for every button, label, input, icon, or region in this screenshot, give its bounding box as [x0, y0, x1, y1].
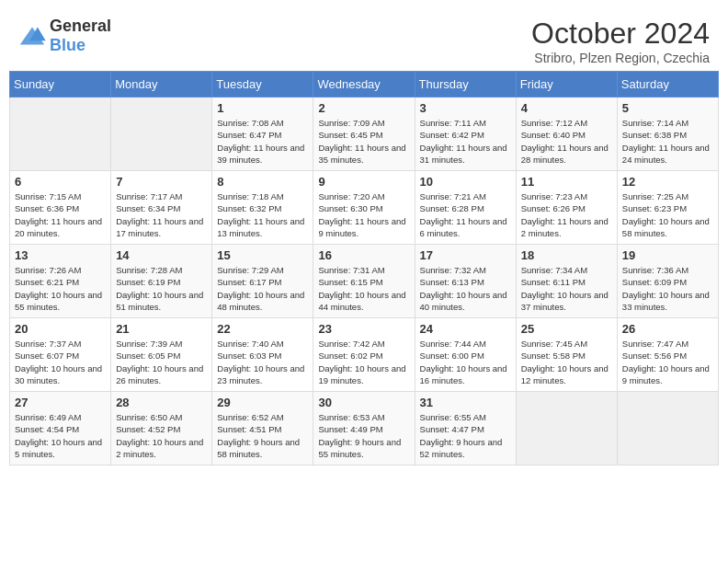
title-block: October 2024 Stribro, Plzen Region, Czec…: [531, 17, 710, 65]
day-number: 27: [15, 396, 106, 409]
weekday-header-cell: Thursday: [415, 72, 516, 98]
logo-general-text: General: [50, 17, 111, 35]
day-number: 16: [318, 248, 409, 262]
day-info: Sunrise: 6:49 AM Sunset: 4:54 PM Dayligh…: [15, 411, 106, 460]
calendar-cell: 1Sunrise: 7:08 AM Sunset: 6:47 PM Daylig…: [212, 98, 313, 171]
day-number: 8: [217, 175, 308, 189]
day-info: Sunrise: 7:40 AM Sunset: 6:03 PM Dayligh…: [217, 338, 308, 386]
calendar-cell: 28Sunrise: 6:50 AM Sunset: 4:52 PM Dayli…: [111, 392, 212, 465]
month-title: October 2024: [531, 17, 710, 51]
calendar-cell: 12Sunrise: 7:25 AM Sunset: 6:23 PM Dayli…: [617, 171, 718, 245]
day-info: Sunrise: 7:34 AM Sunset: 6:11 PM Dayligh…: [521, 264, 612, 313]
calendar-cell: 13Sunrise: 7:26 AM Sunset: 6:21 PM Dayli…: [10, 245, 111, 318]
day-number: 11: [521, 175, 612, 189]
day-info: Sunrise: 7:31 AM Sunset: 6:15 PM Dayligh…: [318, 264, 409, 313]
calendar-cell: 10Sunrise: 7:21 AM Sunset: 6:28 PM Dayli…: [415, 171, 516, 245]
calendar-cell: 21Sunrise: 7:39 AM Sunset: 6:05 PM Dayli…: [111, 318, 212, 392]
day-number: 1: [217, 101, 308, 115]
calendar-cell: 29Sunrise: 6:52 AM Sunset: 4:51 PM Dayli…: [212, 392, 313, 465]
calendar-cell: [111, 98, 212, 171]
calendar-cell: 11Sunrise: 7:23 AM Sunset: 6:26 PM Dayli…: [516, 171, 617, 245]
day-info: Sunrise: 7:18 AM Sunset: 6:32 PM Dayligh…: [217, 190, 308, 239]
day-info: Sunrise: 7:21 AM Sunset: 6:28 PM Dayligh…: [420, 190, 511, 239]
calendar-cell: 3Sunrise: 7:11 AM Sunset: 6:42 PM Daylig…: [415, 98, 516, 171]
day-info: Sunrise: 7:15 AM Sunset: 6:36 PM Dayligh…: [15, 190, 106, 239]
day-number: 5: [622, 101, 713, 115]
calendar-cell: 17Sunrise: 7:32 AM Sunset: 6:13 PM Dayli…: [415, 245, 516, 318]
day-number: 3: [420, 101, 511, 115]
calendar-cell: 14Sunrise: 7:28 AM Sunset: 6:19 PM Dayli…: [111, 245, 212, 318]
day-number: 31: [420, 396, 511, 409]
day-info: Sunrise: 6:53 AM Sunset: 4:49 PM Dayligh…: [318, 411, 409, 460]
logo-icon: [18, 26, 46, 46]
day-number: 29: [217, 396, 308, 409]
day-info: Sunrise: 7:47 AM Sunset: 5:56 PM Dayligh…: [622, 338, 713, 386]
day-info: Sunrise: 6:55 AM Sunset: 4:47 PM Dayligh…: [420, 411, 511, 460]
day-info: Sunrise: 7:26 AM Sunset: 6:21 PM Dayligh…: [15, 264, 106, 313]
day-number: 15: [217, 248, 308, 262]
day-info: Sunrise: 7:37 AM Sunset: 6:07 PM Dayligh…: [15, 338, 106, 386]
logo: General Blue: [18, 17, 111, 55]
day-number: 23: [318, 322, 409, 336]
day-info: Sunrise: 7:36 AM Sunset: 6:09 PM Dayligh…: [622, 264, 713, 313]
calendar-cell: [10, 98, 111, 171]
calendar-cell: 22Sunrise: 7:40 AM Sunset: 6:03 PM Dayli…: [212, 318, 313, 392]
day-number: 7: [116, 175, 207, 189]
day-number: 6: [15, 175, 106, 189]
day-number: 14: [116, 248, 207, 262]
day-number: 4: [521, 101, 612, 115]
day-info: Sunrise: 6:52 AM Sunset: 4:51 PM Dayligh…: [217, 411, 308, 460]
day-number: 12: [622, 175, 713, 189]
day-info: Sunrise: 7:14 AM Sunset: 6:38 PM Dayligh…: [622, 117, 713, 166]
weekday-header-row: SundayMondayTuesdayWednesdayThursdayFrid…: [10, 72, 719, 98]
calendar-cell: 20Sunrise: 7:37 AM Sunset: 6:07 PM Dayli…: [10, 318, 111, 392]
calendar-cell: 7Sunrise: 7:17 AM Sunset: 6:34 PM Daylig…: [111, 171, 212, 245]
calendar-cell: 9Sunrise: 7:20 AM Sunset: 6:30 PM Daylig…: [313, 171, 415, 245]
calendar-cell: 27Sunrise: 6:49 AM Sunset: 4:54 PM Dayli…: [10, 392, 111, 465]
calendar-table: SundayMondayTuesdayWednesdayThursdayFrid…: [9, 71, 719, 465]
calendar-week-row: 20Sunrise: 7:37 AM Sunset: 6:07 PM Dayli…: [10, 318, 719, 392]
day-number: 17: [420, 248, 511, 262]
calendar-week-row: 27Sunrise: 6:49 AM Sunset: 4:54 PM Dayli…: [10, 392, 719, 465]
day-number: 25: [521, 322, 612, 336]
day-info: Sunrise: 7:25 AM Sunset: 6:23 PM Dayligh…: [622, 190, 713, 239]
calendar-cell: 31Sunrise: 6:55 AM Sunset: 4:47 PM Dayli…: [415, 392, 516, 465]
calendar-week-row: 1Sunrise: 7:08 AM Sunset: 6:47 PM Daylig…: [10, 98, 719, 171]
day-number: 2: [318, 101, 409, 115]
logo-blue-text: Blue: [50, 36, 85, 54]
calendar-cell: 24Sunrise: 7:44 AM Sunset: 6:00 PM Dayli…: [415, 318, 516, 392]
calendar-cell: 4Sunrise: 7:12 AM Sunset: 6:40 PM Daylig…: [516, 98, 617, 171]
weekday-header-cell: Sunday: [10, 72, 111, 98]
calendar-week-row: 13Sunrise: 7:26 AM Sunset: 6:21 PM Dayli…: [10, 245, 719, 318]
calendar-cell: 18Sunrise: 7:34 AM Sunset: 6:11 PM Dayli…: [516, 245, 617, 318]
day-number: 24: [420, 322, 511, 336]
day-info: Sunrise: 7:28 AM Sunset: 6:19 PM Dayligh…: [116, 264, 207, 313]
day-info: Sunrise: 7:11 AM Sunset: 6:42 PM Dayligh…: [420, 117, 511, 166]
day-info: Sunrise: 7:23 AM Sunset: 6:26 PM Dayligh…: [521, 190, 612, 239]
weekday-header-cell: Saturday: [617, 72, 718, 98]
weekday-header-cell: Friday: [516, 72, 617, 98]
weekday-header-cell: Wednesday: [313, 72, 415, 98]
day-number: 13: [15, 248, 106, 262]
day-info: Sunrise: 7:20 AM Sunset: 6:30 PM Dayligh…: [318, 190, 409, 239]
calendar-cell: 23Sunrise: 7:42 AM Sunset: 6:02 PM Dayli…: [313, 318, 415, 392]
calendar-cell: 30Sunrise: 6:53 AM Sunset: 4:49 PM Dayli…: [313, 392, 415, 465]
day-info: Sunrise: 7:44 AM Sunset: 6:00 PM Dayligh…: [420, 338, 511, 386]
day-info: Sunrise: 7:32 AM Sunset: 6:13 PM Dayligh…: [420, 264, 511, 313]
day-number: 26: [622, 322, 713, 336]
day-number: 21: [116, 322, 207, 336]
day-info: Sunrise: 7:39 AM Sunset: 6:05 PM Dayligh…: [116, 338, 207, 386]
day-info: Sunrise: 7:08 AM Sunset: 6:47 PM Dayligh…: [217, 117, 308, 166]
calendar-cell: 5Sunrise: 7:14 AM Sunset: 6:38 PM Daylig…: [617, 98, 718, 171]
weekday-header-cell: Monday: [111, 72, 212, 98]
calendar-cell: [516, 392, 617, 465]
weekday-header-cell: Tuesday: [212, 72, 313, 98]
calendar-cell: 26Sunrise: 7:47 AM Sunset: 5:56 PM Dayli…: [617, 318, 718, 392]
day-info: Sunrise: 7:09 AM Sunset: 6:45 PM Dayligh…: [318, 117, 409, 166]
day-number: 10: [420, 175, 511, 189]
page-header: General Blue October 2024 Stribro, Plzen…: [9, 9, 719, 71]
day-info: Sunrise: 7:45 AM Sunset: 5:58 PM Dayligh…: [521, 338, 612, 386]
calendar-cell: 16Sunrise: 7:31 AM Sunset: 6:15 PM Dayli…: [313, 245, 415, 318]
calendar-body: 1Sunrise: 7:08 AM Sunset: 6:47 PM Daylig…: [10, 98, 719, 465]
calendar-cell: 19Sunrise: 7:36 AM Sunset: 6:09 PM Dayli…: [617, 245, 718, 318]
